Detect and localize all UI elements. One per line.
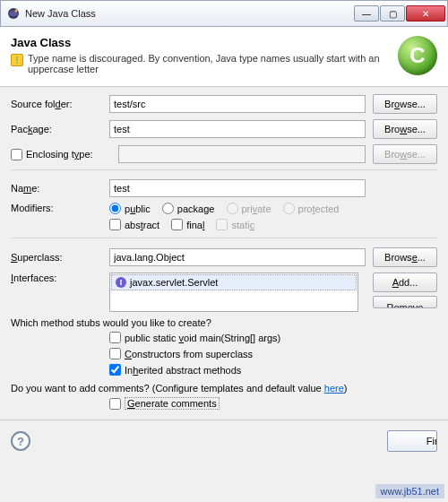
source-folder-browse-button[interactable]: Browse...: [373, 94, 437, 114]
enclosing-type-input: [118, 145, 366, 163]
superclass-label: Superclass:: [11, 252, 109, 263]
package-label: Package:: [11, 124, 109, 134]
superclass-input[interactable]: [109, 248, 366, 266]
modifier-private-radio: private: [227, 203, 271, 214]
modifier-final-checkbox[interactable]: final: [171, 219, 204, 230]
eclipse-icon: [6, 6, 21, 21]
maximize-button[interactable]: ▢: [380, 5, 405, 22]
source-folder-input[interactable]: [109, 95, 366, 113]
stubs-question: Which method stubs would you like to cre…: [11, 317, 437, 328]
button-bar: ? Finis: [0, 420, 448, 463]
svg-point-2: [15, 10, 18, 13]
class-badge-icon: C: [398, 36, 437, 75]
interfaces-add-button[interactable]: Add...: [373, 273, 437, 292]
interfaces-list[interactable]: I javax.servlet.Servlet: [109, 273, 358, 312]
warning-icon: !: [11, 54, 23, 66]
watermark: www.jb51.net: [375, 484, 444, 498]
separator: [11, 169, 437, 170]
superclass-browse-button[interactable]: Browse...: [373, 247, 437, 267]
form-content: Source folder: Browse... Package: Browse…: [0, 87, 448, 420]
enclosing-type-checkbox[interactable]: Enclosing type:: [11, 149, 109, 160]
name-input[interactable]: [109, 179, 366, 197]
stub-constructors-checkbox[interactable]: Constructors from superclass: [109, 348, 253, 359]
comments-question: Do you want to add comments? (Configure …: [11, 383, 437, 394]
interfaces-label: Interfaces:: [11, 273, 109, 283]
package-browse-button[interactable]: Browse...: [373, 119, 437, 139]
package-input[interactable]: [109, 120, 366, 138]
interface-icon: I: [116, 277, 126, 288]
modifier-static-checkbox: static: [216, 219, 254, 230]
interfaces-remove-button[interactable]: Remove: [373, 296, 437, 308]
interface-item-text: javax.servlet.Servlet: [130, 277, 218, 288]
modifier-public-radio[interactable]: public: [109, 203, 151, 214]
generate-comments-checkbox[interactable]: Generate comments: [109, 397, 220, 410]
stub-main-checkbox[interactable]: public static void main(String[] args): [109, 332, 280, 343]
wizard-banner: Java Class ! Type name is discouraged. B…: [0, 27, 448, 87]
interface-item[interactable]: I javax.servlet.Servlet: [111, 274, 357, 290]
banner-heading: Java Class: [11, 36, 391, 49]
minimize-button[interactable]: —: [354, 5, 379, 22]
modifier-abstract-checkbox[interactable]: abstract: [109, 219, 159, 230]
help-button[interactable]: ?: [11, 431, 30, 451]
window-title: New Java Class: [25, 8, 354, 19]
close-button[interactable]: ✕: [406, 5, 445, 22]
finish-button[interactable]: Finis: [387, 430, 437, 452]
enclosing-type-browse-button: Browse...: [373, 144, 437, 164]
source-folder-label: Source folder:: [11, 99, 109, 109]
modifiers-label: Modifiers:: [11, 203, 109, 213]
titlebar: New Java Class — ▢ ✕: [0, 0, 448, 27]
separator: [11, 238, 437, 238]
name-label: Name:: [11, 183, 109, 194]
stub-inherited-checkbox[interactable]: Inherited abstract methods: [109, 364, 241, 376]
modifier-protected-radio: protected: [283, 203, 340, 214]
warning-text: Type name is discouraged. By convention,…: [28, 53, 391, 74]
modifier-package-radio[interactable]: package: [162, 203, 215, 214]
configure-here-link[interactable]: here: [324, 383, 344, 394]
